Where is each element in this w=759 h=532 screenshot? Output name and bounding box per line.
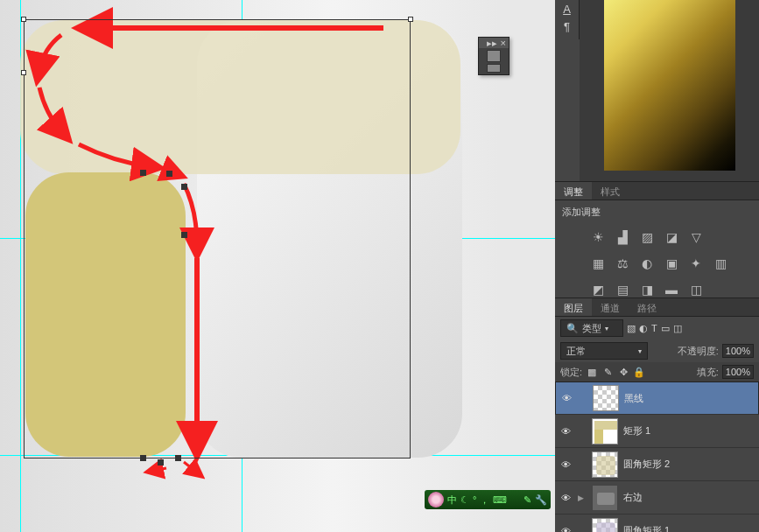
close-icon[interactable]: × [501, 38, 506, 48]
panel-icon[interactable] [487, 50, 501, 62]
tab-adjustments[interactable]: 调整 [555, 182, 592, 200]
blend-mode-value: 正常 [566, 345, 586, 358]
adj-selective-icon[interactable]: ◫ [688, 282, 704, 298]
tab-styles[interactable]: 样式 [592, 182, 629, 200]
adj-invert-icon[interactable]: ◩ [590, 282, 606, 298]
filter-pixel-icon[interactable]: ▧ [627, 323, 636, 334]
adj-posterize-icon[interactable]: ▤ [615, 282, 630, 298]
tab-paths[interactable]: 路径 [629, 298, 665, 316]
adj-photo-filter-icon[interactable]: ▣ [664, 256, 679, 271]
layer-name[interactable]: 矩形 1 [623, 424, 650, 438]
layer-item[interactable]: 👁 圆角矩形 1 [555, 514, 759, 532]
fill-label: 填充: [697, 366, 719, 379]
ime-settings-icon[interactable]: ✎ [524, 494, 531, 506]
layer-thumbnail[interactable] [592, 418, 618, 444]
adj-gradient-map-icon[interactable]: ▬ [664, 282, 679, 298]
path-anchor[interactable] [181, 184, 187, 190]
shape-left-block [25, 172, 186, 457]
visibility-toggle-icon[interactable]: 👁 [559, 458, 573, 472]
layer-thumbnail[interactable] [593, 385, 619, 411]
adj-lut-icon[interactable]: ▥ [713, 256, 728, 271]
blend-mode-select[interactable]: 正常 ▾ [560, 342, 648, 360]
adj-hue-icon[interactable]: ▦ [590, 256, 606, 271]
chevron-down-icon: ▾ [638, 347, 642, 355]
lock-all-icon[interactable]: 🔒 [633, 366, 645, 378]
svg-line-4 [153, 468, 166, 471]
layer-thumbnail[interactable] [592, 518, 618, 533]
ime-moon-icon[interactable]: ☾ [460, 494, 469, 506]
ime-punct[interactable]: ， [480, 494, 489, 507]
tab-layers[interactable]: 图层 [555, 298, 592, 316]
adj-levels-icon[interactable]: ▟ [615, 229, 630, 245]
adj-balance-icon[interactable]: ⚖ [615, 256, 630, 271]
adj-exposure-icon[interactable]: ◪ [664, 229, 679, 245]
canvas-area[interactable]: ▸▸× 中 ☾ ° ， ⌨ ✎ 🔧 [0, 0, 555, 532]
layer-item[interactable]: 👁 ▶ 右边 [555, 481, 759, 514]
layer-name[interactable]: 右边 [623, 491, 643, 504]
lock-transparency-icon[interactable]: ▩ [586, 366, 598, 378]
ime-keyboard-icon[interactable]: ⌨ [493, 494, 507, 506]
layers-panel: 图层 通道 路径 🔍 类型 ▾ ▧ ◐ T ▭ ◫ 正常 ▾ 不透明度: 100… [555, 298, 759, 532]
opacity-label: 不透明度: [678, 345, 719, 358]
layer-thumbnail[interactable] [592, 452, 618, 478]
fill-value[interactable]: 100% [722, 365, 754, 379]
adj-threshold-icon[interactable]: ◨ [639, 282, 655, 298]
visibility-toggle-icon[interactable]: 👁 [559, 391, 573, 405]
visibility-toggle-icon[interactable]: 👁 [559, 491, 573, 505]
filter-shape-icon[interactable]: ▭ [661, 323, 670, 334]
layer-item[interactable]: 👁 矩形 1 [555, 415, 759, 448]
search-icon: 🔍 [566, 323, 579, 334]
right-panel-stack: A ¶ 调整 样式 添加调整 ☀ ▟ ▨ ◪ ▽ ▦ ⚖ ◐ ▣ ✦ ▥ ◩ ▤ [555, 0, 759, 532]
adj-curves-icon[interactable]: ▨ [639, 229, 655, 245]
transform-handle[interactable] [408, 17, 413, 22]
layer-item[interactable]: 👁 圆角矩形 2 [555, 448, 759, 481]
svg-line-3 [184, 462, 197, 472]
collapse-icon[interactable]: ▸▸ [487, 38, 497, 49]
lock-label: 锁定: [560, 366, 582, 379]
adj-bw-icon[interactable]: ◐ [639, 256, 655, 271]
visibility-toggle-icon[interactable]: 👁 [559, 524, 573, 533]
transform-handle[interactable] [21, 70, 26, 75]
layer-list: 👁 黑线 👁 矩形 1 👁 圆角矩形 2 [555, 382, 759, 532]
layer-filter-select[interactable]: 🔍 类型 ▾ [560, 319, 623, 337]
folder-thumbnail[interactable] [592, 485, 618, 511]
path-anchor[interactable] [158, 459, 164, 466]
tool-tab-strip: A ¶ [555, 0, 580, 39]
transform-handle[interactable] [21, 17, 26, 22]
adjustments-title: 添加调整 [555, 200, 759, 224]
type-tool-icon[interactable]: A [555, 0, 579, 18]
gradient-preview[interactable] [604, 0, 735, 171]
chevron-down-icon: ▾ [605, 325, 608, 332]
visibility-toggle-icon[interactable]: 👁 [559, 424, 573, 438]
path-anchor[interactable] [140, 170, 146, 176]
adj-vibrance-icon[interactable]: ▽ [688, 229, 704, 245]
ime-lang[interactable]: 中 [447, 494, 457, 507]
ime-wrench-icon[interactable]: 🔧 [535, 494, 547, 506]
adj-channel-mixer-icon[interactable]: ✦ [688, 256, 704, 271]
path-anchor[interactable] [140, 455, 146, 461]
ime-logo-icon [428, 492, 444, 508]
filter-smart-icon[interactable]: ◫ [673, 323, 682, 334]
layer-name[interactable]: 圆角矩形 2 [623, 458, 670, 471]
path-anchor[interactable] [166, 171, 172, 177]
tab-channels[interactable]: 通道 [592, 298, 629, 316]
ime-status-bar[interactable]: 中 ☾ ° ， ⌨ ✎ 🔧 [425, 490, 551, 509]
lock-position-icon[interactable]: ✥ [617, 366, 629, 378]
ime-dot[interactable]: ° [473, 494, 476, 505]
opacity-value[interactable]: 100% [722, 344, 754, 358]
adj-brightness-icon[interactable]: ☀ [590, 229, 606, 245]
filter-type-icon[interactable]: T [651, 323, 657, 333]
layer-filter-label: 类型 [582, 322, 601, 335]
path-anchor[interactable] [181, 232, 187, 238]
floating-mini-panel[interactable]: ▸▸× [478, 37, 510, 75]
path-anchor[interactable] [175, 455, 181, 461]
lock-paint-icon[interactable]: ✎ [601, 366, 614, 378]
filter-adjust-icon[interactable]: ◐ [639, 323, 648, 334]
paragraph-tool-icon[interactable]: ¶ [555, 18, 579, 35]
layer-name[interactable]: 圆角矩形 1 [623, 524, 670, 532]
panel-icon[interactable] [487, 64, 501, 73]
layer-name[interactable]: 黑线 [624, 392, 643, 405]
color-gradient-panel[interactable] [580, 0, 759, 184]
expand-toggle-icon[interactable]: ▶ [578, 494, 587, 502]
layer-item[interactable]: 👁 黑线 [555, 382, 759, 415]
